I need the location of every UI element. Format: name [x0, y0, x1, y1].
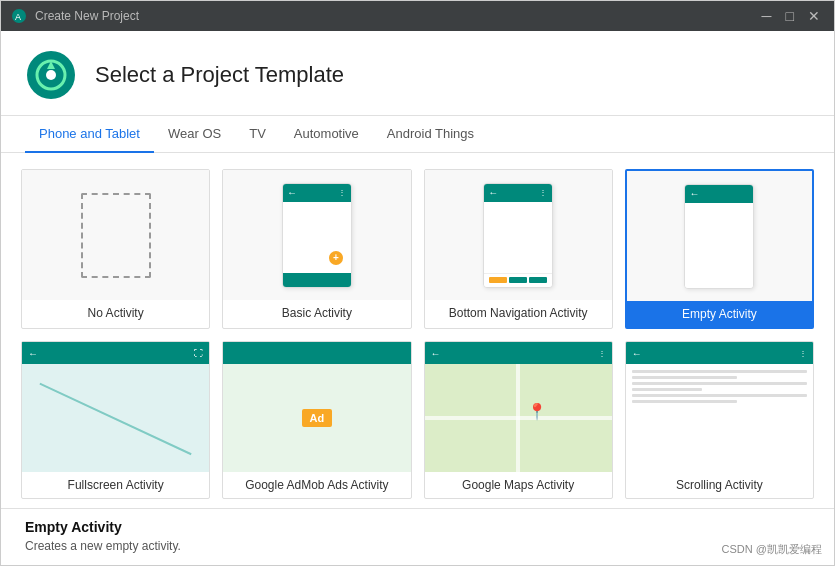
fab-icon: + [329, 251, 343, 265]
admob-body: Ad [223, 364, 410, 472]
admob-topbar [223, 342, 410, 364]
menu-dots-icon: ⋮ [539, 188, 548, 197]
scroll-line-6 [632, 400, 737, 403]
template-fullscreen[interactable]: ← ⛶ Fullscreen Activity [21, 341, 210, 499]
basic-phone-mockup: ← ⋮ + [282, 183, 352, 288]
empty-phone-mockup: ← [684, 184, 754, 289]
fullscreen-label: Fullscreen Activity [22, 472, 209, 498]
bottom-nav-preview: ← ⋮ [425, 170, 612, 300]
scrolling-label: Scrolling Activity [626, 472, 813, 498]
svg-text:A: A [15, 12, 21, 22]
scrolling-body [626, 364, 813, 472]
empty-activity-preview: ← [627, 171, 812, 301]
scroll-line-3 [632, 382, 807, 385]
android-studio-logo [25, 49, 77, 101]
scroll-line-1 [632, 370, 807, 373]
bottom-nav-top-bar: ← ⋮ [484, 184, 552, 202]
back-arrow-icon: ← [689, 188, 699, 199]
template-admob[interactable]: Ad Google AdMob Ads Activity [222, 341, 411, 499]
maps-topbar: ← ⋮ [425, 342, 612, 364]
scrolling-preview: ← ⋮ [626, 342, 813, 472]
bottom-nav-bar [484, 273, 552, 287]
template-no-activity[interactable]: No Activity [21, 169, 210, 329]
empty-activity-label: Empty Activity [627, 301, 812, 327]
fullscreen-preview: ← ⛶ [22, 342, 209, 472]
scroll-line-4 [632, 388, 702, 391]
bottom-nav-body [484, 202, 552, 273]
ad-badge: Ad [302, 409, 333, 427]
template-maps[interactable]: ← ⋮ 📍 Google Maps Activity [424, 341, 613, 499]
title-bar: A Create New Project ─ □ ✕ [1, 1, 834, 31]
selected-template-title: Empty Activity [25, 519, 810, 535]
no-activity-preview [22, 170, 209, 300]
basic-top-bar: ← ⋮ [283, 184, 351, 202]
bnav-item-2 [509, 277, 527, 283]
empty-top-bar: ← [685, 185, 753, 203]
maps-mockup: ← ⋮ 📍 [425, 342, 612, 472]
bottom-info-bar: Empty Activity Creates a new empty activ… [1, 508, 834, 565]
map-pin-icon: 📍 [527, 402, 547, 421]
scrolling-topbar: ← ⋮ [626, 342, 813, 364]
bottom-nav-label: Bottom Navigation Activity [425, 300, 612, 326]
template-scrolling[interactable]: ← ⋮ [625, 341, 814, 499]
basic-body: + [283, 202, 351, 273]
close-button[interactable]: ✕ [804, 8, 824, 24]
svg-point-4 [46, 70, 56, 80]
templates-grid-area: No Activity ← ⋮ + [1, 153, 834, 508]
selected-template-description: Creates a new empty activity. [25, 539, 810, 553]
empty-body [685, 203, 753, 288]
minimize-button[interactable]: ─ [758, 8, 776, 24]
back-arrow-icon: ← [488, 187, 498, 198]
dashed-box [81, 193, 151, 278]
basic-activity-preview: ← ⋮ + [223, 170, 410, 300]
tab-automotive[interactable]: Automotive [280, 116, 373, 153]
bnav-item-3 [529, 277, 547, 283]
map-road-vertical [516, 364, 520, 472]
template-bottom-nav[interactable]: ← ⋮ Bottom Navigation Activity [424, 169, 613, 329]
dialog-header: Select a Project Template [1, 31, 834, 116]
bnav-item-1 [489, 277, 507, 283]
template-empty-activity[interactable]: ← Empty Activity [625, 169, 814, 329]
admob-mockup: Ad [223, 342, 410, 472]
menu-dots-icon: ⋮ [338, 188, 347, 197]
dialog-title: Select a Project Template [95, 62, 344, 88]
back-arrow-icon: ← [287, 187, 297, 198]
tab-wear-os[interactable]: Wear OS [154, 116, 235, 153]
tab-tv[interactable]: TV [235, 116, 280, 153]
templates-grid: No Activity ← ⋮ + [21, 169, 814, 499]
no-activity-label: No Activity [22, 300, 209, 326]
maximize-button[interactable]: □ [782, 8, 798, 24]
scrolling-mockup: ← ⋮ [626, 342, 813, 472]
scroll-line-5 [632, 394, 807, 397]
basic-bottom-bar [283, 273, 351, 287]
template-basic-activity[interactable]: ← ⋮ + Basic Activity [222, 169, 411, 329]
admob-label: Google AdMob Ads Activity [223, 472, 410, 498]
basic-activity-label: Basic Activity [223, 300, 410, 326]
maps-preview: ← ⋮ 📍 [425, 342, 612, 472]
title-bar-text: Create New Project [35, 9, 139, 23]
admob-preview: Ad [223, 342, 410, 472]
bottom-nav-mockup: ← ⋮ [483, 183, 553, 288]
maps-label: Google Maps Activity [425, 472, 612, 498]
category-tabs: Phone and Tablet Wear OS TV Automotive A… [1, 116, 834, 153]
app-icon: A [11, 8, 27, 24]
map-body: 📍 [425, 364, 612, 472]
scroll-line-2 [632, 376, 737, 379]
tab-phone-tablet[interactable]: Phone and Tablet [25, 116, 154, 153]
main-content: No Activity ← ⋮ + [1, 153, 834, 565]
tab-android-things[interactable]: Android Things [373, 116, 488, 153]
